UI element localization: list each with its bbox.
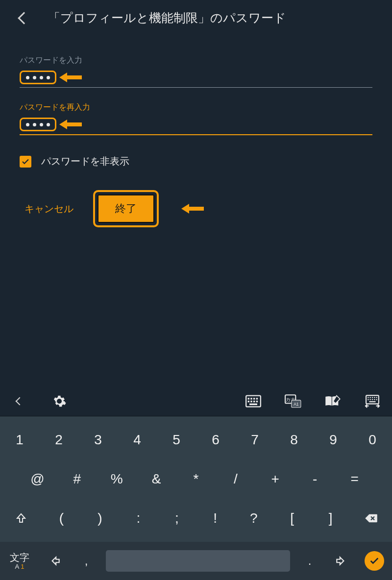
mode-label-a: A bbox=[15, 563, 20, 570]
svg-rect-7 bbox=[253, 400, 255, 402]
kana-switch-icon: カナA1 bbox=[285, 394, 301, 408]
arrow-right-icon bbox=[335, 555, 347, 567]
password-confirm-label: パスワードを再入力 bbox=[20, 102, 372, 113]
finish-button[interactable]: 終了 bbox=[98, 194, 154, 223]
svg-rect-17 bbox=[372, 397, 373, 398]
keyboard-settings-button[interactable] bbox=[50, 392, 68, 410]
key-1[interactable]: 1 bbox=[0, 420, 39, 459]
page-title: 「プロフィールと機能制限」のパスワード bbox=[48, 10, 286, 26]
key-6[interactable]: 6 bbox=[196, 420, 235, 459]
key-space[interactable] bbox=[106, 550, 290, 572]
svg-rect-8 bbox=[256, 400, 258, 402]
key-0[interactable]: 0 bbox=[353, 420, 392, 459]
key-sym[interactable]: % bbox=[97, 459, 137, 499]
key-sym[interactable]: ] bbox=[311, 499, 349, 538]
key-backspace[interactable] bbox=[350, 499, 392, 538]
svg-rect-24 bbox=[376, 399, 377, 400]
arrow-left-icon bbox=[49, 555, 61, 567]
svg-rect-5 bbox=[248, 400, 249, 402]
svg-rect-20 bbox=[368, 399, 368, 400]
key-sym[interactable]: ! bbox=[196, 499, 234, 538]
hide-password-checkbox[interactable] bbox=[20, 156, 31, 168]
annotation-arrow-icon bbox=[181, 204, 204, 214]
key-comma[interactable]: , bbox=[71, 554, 102, 568]
mode-label-top: 文字 bbox=[10, 553, 29, 562]
keyboard-language-button[interactable]: カナA1 bbox=[284, 392, 302, 410]
svg-rect-4 bbox=[256, 398, 258, 399]
password-input[interactable] bbox=[20, 71, 372, 88]
password-confirm-input[interactable] bbox=[20, 118, 372, 135]
key-sym[interactable]: # bbox=[57, 459, 97, 499]
keyboard-collapse-button[interactable] bbox=[11, 392, 28, 410]
backspace-icon bbox=[364, 511, 378, 525]
check-icon bbox=[369, 556, 380, 566]
key-mode-switch[interactable]: 文字 A1 bbox=[0, 553, 39, 570]
key-sym[interactable]: ) bbox=[81, 499, 119, 538]
keyboard-icon bbox=[245, 395, 261, 408]
password-confirm-highlight-box bbox=[20, 118, 56, 131]
key-sym[interactable]: @ bbox=[18, 459, 57, 499]
svg-rect-21 bbox=[370, 399, 371, 400]
svg-rect-19 bbox=[376, 397, 377, 398]
key-sym[interactable]: = bbox=[335, 459, 374, 499]
svg-text:A1: A1 bbox=[294, 401, 299, 406]
svg-rect-22 bbox=[372, 399, 373, 400]
annotation-arrow-icon bbox=[59, 120, 82, 129]
key-4[interactable]: 4 bbox=[118, 420, 157, 459]
key-shift[interactable] bbox=[0, 499, 42, 538]
svg-rect-3 bbox=[253, 398, 255, 399]
key-sym[interactable]: ? bbox=[234, 499, 272, 538]
annotation-arrow-icon bbox=[59, 72, 82, 82]
svg-rect-18 bbox=[374, 397, 375, 398]
gear-icon bbox=[52, 394, 67, 409]
key-7[interactable]: 7 bbox=[235, 420, 274, 459]
key-sym[interactable]: ; bbox=[158, 499, 196, 538]
key-enter[interactable] bbox=[365, 551, 384, 571]
key-3[interactable]: 3 bbox=[78, 420, 118, 459]
key-sym[interactable]: - bbox=[295, 459, 335, 499]
key-2[interactable]: 2 bbox=[39, 420, 78, 459]
key-5[interactable]: 5 bbox=[157, 420, 196, 459]
keyboard-layout-button[interactable] bbox=[245, 392, 262, 410]
mode-label-1: 1 bbox=[21, 563, 24, 570]
password-label: パスワードを入力 bbox=[20, 55, 372, 66]
key-cursor-right[interactable] bbox=[325, 555, 357, 567]
keyboard-resize-button[interactable] bbox=[364, 392, 381, 410]
svg-rect-6 bbox=[250, 400, 252, 402]
cancel-button[interactable]: キャンセル bbox=[24, 202, 74, 216]
svg-rect-15 bbox=[368, 397, 368, 398]
key-sym[interactable]: [ bbox=[273, 499, 311, 538]
svg-rect-23 bbox=[374, 399, 375, 400]
check-icon bbox=[21, 157, 30, 166]
svg-rect-2 bbox=[250, 398, 252, 399]
svg-rect-1 bbox=[248, 398, 249, 399]
finish-button-highlight: 終了 bbox=[93, 190, 159, 227]
key-cursor-left[interactable] bbox=[39, 555, 71, 567]
back-button[interactable] bbox=[18, 12, 30, 24]
key-sym[interactable]: ( bbox=[42, 499, 80, 538]
key-sym[interactable]: + bbox=[255, 459, 295, 499]
keyboard-resize-icon bbox=[364, 394, 381, 408]
key-8[interactable]: 8 bbox=[274, 420, 314, 459]
virtual-keyboard: カナA1 1234567890 @#%&*/+-= ():;!?[] 文字 A1… bbox=[0, 386, 392, 580]
key-period[interactable]: . bbox=[294, 554, 325, 568]
hide-password-label: パスワードを非表示 bbox=[41, 155, 129, 168]
password-highlight-box bbox=[20, 71, 56, 84]
key-sym[interactable]: & bbox=[137, 459, 176, 499]
svg-rect-9 bbox=[249, 403, 257, 405]
key-sym[interactable]: : bbox=[119, 499, 157, 538]
svg-rect-25 bbox=[369, 401, 376, 402]
key-sym[interactable]: / bbox=[216, 459, 255, 499]
keyboard-clipboard-button[interactable] bbox=[324, 392, 342, 410]
book-edit-icon bbox=[324, 394, 341, 408]
key-sym[interactable]: * bbox=[176, 459, 216, 499]
key-9[interactable]: 9 bbox=[314, 420, 353, 459]
svg-rect-16 bbox=[370, 397, 371, 398]
shift-icon bbox=[15, 512, 27, 524]
